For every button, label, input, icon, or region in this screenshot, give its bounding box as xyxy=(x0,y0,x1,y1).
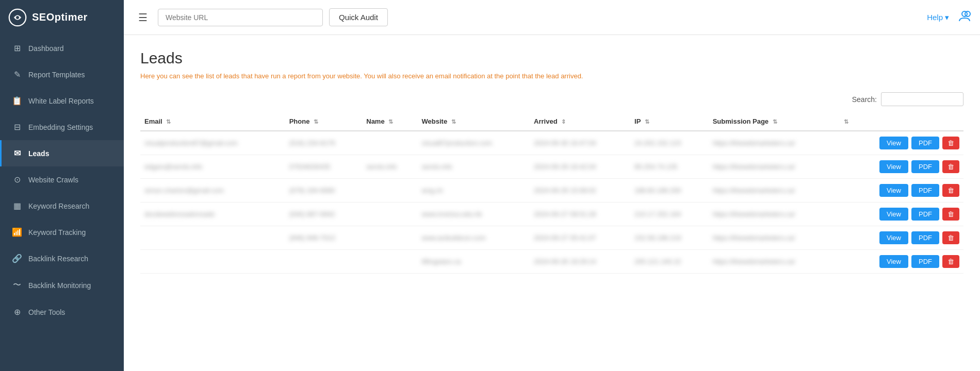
sidebar-item-embedding-settings[interactable]: ⊟Embedding Settings xyxy=(0,114,124,140)
view-button[interactable]: View xyxy=(879,231,908,244)
cell-actions: View PDF 🗑 xyxy=(838,226,963,250)
keyword-tracking-icon: 📶 xyxy=(12,227,22,237)
url-input[interactable] xyxy=(158,9,323,26)
cell-submission_page: https://thewebmarketers.ca/ xyxy=(709,179,838,203)
action-buttons: View PDF 🗑 xyxy=(842,137,959,149)
sidebar-item-keyword-tracking[interactable]: 📶Keyword Tracking xyxy=(0,219,124,245)
pdf-button[interactable]: PDF xyxy=(911,137,939,149)
action-buttons: View PDF 🗑 xyxy=(842,160,959,173)
table-row: edgars@serols.info07634630435serols.info… xyxy=(140,155,963,179)
cell-ip: 188.60.189.200 xyxy=(630,179,709,203)
action-buttons: View PDF 🗑 xyxy=(842,255,959,268)
cell-phone: (079) 194-6060 xyxy=(285,179,363,203)
help-button[interactable]: Help ▾ xyxy=(927,13,949,22)
sidebar-item-report-templates[interactable]: ✎Report Templates xyxy=(0,61,124,88)
cell-arrived: 2024-09-27 05:41:07 xyxy=(530,226,630,250)
table-row: simon.charton@gmail.com(079) 194-6060wng… xyxy=(140,179,963,203)
backlink-monitoring-icon: 〜 xyxy=(12,280,22,291)
delete-button[interactable]: 🗑 xyxy=(942,137,959,149)
search-input[interactable] xyxy=(881,92,963,106)
sidebar-label-embedding-settings: Embedding Settings xyxy=(28,123,93,131)
cell-submission_page: https://thewebmarketers.ca/ xyxy=(709,250,838,274)
sidebar-label-other-tools: Other Tools xyxy=(28,308,65,316)
page-description: Here you can see the list of leads that … xyxy=(140,72,963,80)
cell-email: simon.charton@gmail.com xyxy=(140,179,285,203)
sidebar-item-website-crawls[interactable]: ⊙Website Crawls xyxy=(0,166,124,193)
pdf-button[interactable]: PDF xyxy=(911,184,939,197)
seoptimer-logo-icon xyxy=(8,8,27,27)
quick-audit-button[interactable]: Quick Audit xyxy=(329,8,388,26)
page-title: Leads xyxy=(140,49,963,67)
cell-ip: 205.121.140.22 xyxy=(630,250,709,274)
col-name[interactable]: Name ⇅ xyxy=(362,112,417,131)
cell-email: visualproduction87@gmail.com xyxy=(140,131,285,155)
cell-arrived: 2024-09-29 15:08:02 xyxy=(530,179,630,203)
leads-table: Email ⇅ Phone ⇅ Name ⇅ Website ⇅ Arrived… xyxy=(140,112,963,274)
col-email[interactable]: Email ⇅ xyxy=(140,112,285,131)
pdf-button[interactable]: PDF xyxy=(911,208,939,221)
col-ip[interactable]: IP ⇅ xyxy=(630,112,709,131)
table-row: liftingstars.ca2024-09-26 18:29:14205.12… xyxy=(140,250,963,274)
view-button[interactable]: View xyxy=(879,184,908,197)
delete-button[interactable]: 🗑 xyxy=(942,255,959,268)
cell-ip: 152.58.198.219 xyxy=(630,226,709,250)
cell-submission_page: https://thewebmarketers.ca/ xyxy=(709,155,838,179)
cell-email: edgars@serols.info xyxy=(140,155,285,179)
col-arrived[interactable]: Arrived ⇕ xyxy=(530,112,630,131)
sidebar-item-dashboard[interactable]: ⊞Dashboard xyxy=(0,35,124,61)
main-content: Leads Here you can see the list of leads… xyxy=(124,35,980,371)
cell-email xyxy=(140,226,285,250)
sort-actions-icon: ⇅ xyxy=(844,119,848,125)
sidebar-item-keyword-research[interactable]: ▦Keyword Research xyxy=(0,193,124,219)
col-phone[interactable]: Phone ⇅ xyxy=(285,112,363,131)
cell-arrived: 2024-09-30 16:47:04 xyxy=(530,131,630,155)
sidebar-label-report-templates: Report Templates xyxy=(28,71,85,79)
sidebar-item-backlink-research[interactable]: 🔗Backlink Research xyxy=(0,245,124,272)
sidebar-item-white-label-reports[interactable]: 📋White Label Reports xyxy=(0,88,124,114)
cell-ip: 210.17.252.164 xyxy=(630,203,709,226)
website-crawls-icon: ⊙ xyxy=(12,175,22,184)
cell-submission_page: https://thewebmarketers.ca/ xyxy=(709,131,838,155)
cell-phone: 07634630435 xyxy=(285,155,363,179)
col-submission-page[interactable]: Submission Page ⇅ xyxy=(709,112,838,131)
hamburger-button[interactable]: ☰ xyxy=(134,7,152,28)
view-button[interactable]: View xyxy=(879,255,908,268)
delete-button[interactable]: 🗑 xyxy=(942,208,959,221)
col-website[interactable]: Website ⇅ xyxy=(418,112,530,131)
svg-point-1 xyxy=(15,15,19,19)
table-top-bar: Search: xyxy=(140,92,963,106)
dashboard-icon: ⊞ xyxy=(12,43,22,53)
cell-website: liftingstars.ca xyxy=(418,250,530,274)
sidebar-item-backlink-monitoring[interactable]: 〜Backlink Monitoring xyxy=(0,272,124,299)
sort-name-icon: ⇅ xyxy=(388,119,393,125)
sidebar-item-leads[interactable]: ✉Leads xyxy=(0,140,124,166)
pdf-button[interactable]: PDF xyxy=(911,231,939,244)
pdf-button[interactable]: PDF xyxy=(911,160,939,173)
view-button[interactable]: View xyxy=(879,208,908,221)
sidebar-item-other-tools[interactable]: ⊕Other Tools xyxy=(0,299,124,325)
sort-submission-icon: ⇅ xyxy=(773,119,777,125)
backlink-research-icon: 🔗 xyxy=(12,254,22,263)
cell-submission_page: https://thewebmarketers.ca/ xyxy=(709,226,838,250)
pdf-button[interactable]: PDF xyxy=(911,255,939,268)
delete-button[interactable]: 🗑 xyxy=(942,160,959,173)
delete-button[interactable]: 🗑 xyxy=(942,184,959,197)
view-button[interactable]: View xyxy=(879,160,908,173)
cell-website: wng.ch xyxy=(418,179,530,203)
top-header: SEOptimer ☰ Quick Audit Help ▾ xyxy=(0,0,980,35)
user-icon-button[interactable] xyxy=(957,9,972,26)
delete-button[interactable]: 🗑 xyxy=(942,231,959,244)
sidebar-label-backlink-research: Backlink Research xyxy=(28,255,88,263)
view-button[interactable]: View xyxy=(879,137,908,149)
sidebar-label-keyword-tracking: Keyword Tracking xyxy=(28,228,86,237)
sort-email-icon: ⇅ xyxy=(166,119,171,125)
sidebar-label-backlink-monitoring: Backlink Monitoring xyxy=(28,281,91,290)
cell-actions: View PDF 🗑 xyxy=(838,155,963,179)
cell-email xyxy=(140,250,285,274)
cell-name: serols.info xyxy=(362,155,417,179)
cell-name xyxy=(362,131,417,155)
table-row: visualproduction87@gmail.com(516) 234-81… xyxy=(140,131,963,155)
sort-website-icon: ⇅ xyxy=(451,119,456,125)
cell-name xyxy=(362,226,417,250)
action-buttons: View PDF 🗑 xyxy=(842,208,959,221)
